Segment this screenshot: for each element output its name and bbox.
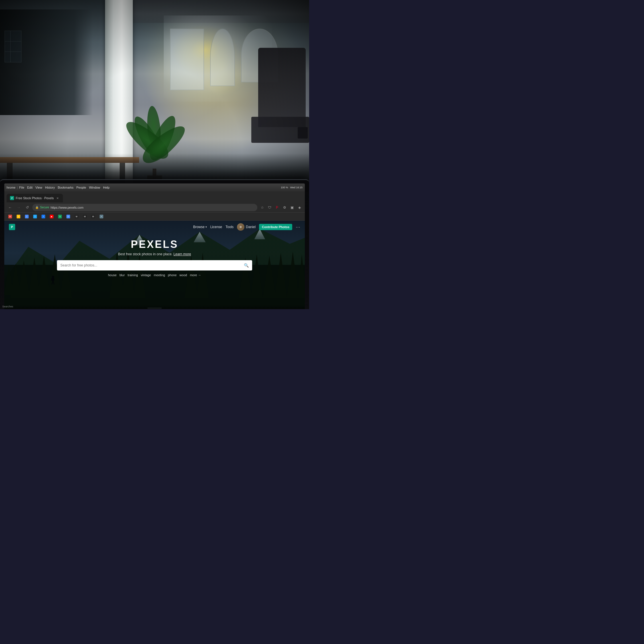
bookmark-twitter[interactable]: T <box>31 214 39 219</box>
screen-bottom-fade <box>4 305 305 309</box>
svg-rect-26 <box>51 278 53 281</box>
pexels-navbar: P Browse ▾ License Tools D <box>4 221 305 233</box>
menu-history[interactable]: History <box>45 186 55 189</box>
pexels-title: PEXELS <box>131 238 178 250</box>
bookmark-extra[interactable]: + <box>98 214 105 219</box>
menu-file[interactable]: File <box>19 186 24 189</box>
search-tag-phone[interactable]: phone <box>168 273 177 277</box>
pexels-tagline: Best free stock photos in one place. Lea… <box>118 252 191 256</box>
search-input[interactable] <box>60 263 242 267</box>
menu-bookmarks[interactable]: Bookmarks <box>58 186 74 189</box>
chrome-os-bar: hrome | File Edit View History Bookmarks… <box>4 183 305 191</box>
contribute-photos-button[interactable]: Contribute Photos <box>259 224 292 230</box>
monitor: hrome | File Edit View History Bookmarks… <box>0 179 309 309</box>
nav-more-button[interactable]: ⋯ <box>296 224 300 230</box>
tab-close-button[interactable]: ✕ <box>56 196 60 200</box>
user-avatar: D <box>237 223 244 231</box>
menu-view[interactable]: View <box>35 186 42 189</box>
menu-window[interactable]: Window <box>89 186 100 189</box>
search-tag-house[interactable]: house <box>108 273 116 277</box>
bookmark-yt[interactable]: ▶ <box>48 214 55 219</box>
search-more-tag[interactable]: more → <box>190 273 201 277</box>
window-frame-2 <box>210 29 235 86</box>
extra-tool-2[interactable]: ▣ <box>289 204 295 211</box>
search-tag-wood[interactable]: wood <box>179 273 187 277</box>
menu-edit[interactable]: Edit <box>27 186 33 189</box>
pinterest-button[interactable]: P <box>274 204 280 211</box>
address-bar[interactable]: 🔒 Secure https://www.pexels.com <box>32 204 257 211</box>
monitor-bezel: hrome | File Edit View History Bookmarks… <box>0 179 309 309</box>
refresh-button[interactable]: ↺ <box>24 204 31 211</box>
bookmark-m1[interactable]: M <box>73 214 80 219</box>
secure-icon: 🔒 <box>35 206 39 209</box>
pexels-logo-icon: P <box>9 224 15 230</box>
menu-people[interactable]: People <box>76 186 86 189</box>
nav-tools[interactable]: Tools <box>226 225 234 229</box>
bookmark-cal[interactable]: C <box>23 214 30 219</box>
datetime: Wed 16:15 <box>290 186 303 189</box>
address-bar-row: ← → ↺ 🔒 Secure https://www.pexels.com ☆ … <box>4 202 305 213</box>
grid-window <box>5 31 21 62</box>
toolbar-right: ☆ 🛡 P ⚙ ▣ ◈ <box>259 204 303 211</box>
hero-content: PEXELS Best free stock photos in one pla… <box>4 235 305 277</box>
learn-more-link[interactable]: Learn more <box>173 252 191 256</box>
nav-license[interactable]: License <box>210 225 222 229</box>
screen: hrome | File Edit View History Bookmarks… <box>4 183 305 309</box>
bookmark-gmail[interactable]: M <box>7 214 14 219</box>
secure-label: Secure <box>40 206 49 209</box>
forward-button[interactable]: → <box>15 204 22 211</box>
search-bar[interactable]: 🔍 <box>57 260 252 270</box>
url-text: https://www.pexels.com <box>51 206 84 209</box>
search-tags: house blur training vintage meeting phon… <box>108 273 201 277</box>
bookmark-sheets[interactable]: S <box>56 214 64 219</box>
user-area[interactable]: D Daniel <box>237 223 256 231</box>
bookmark-docs[interactable]: D <box>65 214 72 219</box>
bookmark-drive[interactable]: G <box>15 214 22 219</box>
window-frame-1 <box>170 29 204 90</box>
search-tag-blur[interactable]: blur <box>119 273 125 277</box>
tab-title: Free Stock Photos · Pexels <box>16 196 54 200</box>
bookmark-star-button[interactable]: ☆ <box>259 204 265 211</box>
zoom-level: 100 % <box>280 186 289 189</box>
search-tag-training[interactable]: training <box>128 273 138 277</box>
bookmarks-bar: M G C T f ▶ S <box>4 213 305 221</box>
user-name: Daniel <box>246 225 256 229</box>
left-wall <box>0 9 93 115</box>
back-button[interactable]: ← <box>7 204 13 211</box>
bookmark-m2[interactable]: M <box>81 214 88 219</box>
bookmark-fb[interactable]: f <box>40 214 47 219</box>
extra-tool-3[interactable]: ◈ <box>296 204 303 211</box>
nav-browse[interactable]: Browse ▾ <box>193 225 207 229</box>
tab-bar: P Free Stock Photos · Pexels ✕ <box>4 191 305 202</box>
extra-tool-1[interactable]: ⚙ <box>281 204 288 211</box>
system-tray: 100 % Wed 16:15 <box>278 183 305 191</box>
app-name: hrome <box>7 186 15 189</box>
bookmark-m3[interactable]: M <box>90 214 97 219</box>
menu-help[interactable]: Help <box>103 186 110 189</box>
office-scene <box>0 0 309 192</box>
tab-favicon: P <box>10 196 14 200</box>
search-icon[interactable]: 🔍 <box>244 263 249 268</box>
search-tag-meeting[interactable]: meeting <box>154 273 165 277</box>
active-tab[interactable]: P Free Stock Photos · Pexels ✕ <box>7 194 63 202</box>
shield-button[interactable]: 🛡 <box>266 204 273 211</box>
searches-label: Searches <box>2 305 13 308</box>
pexels-website: P Browse ▾ License Tools D <box>4 221 305 309</box>
search-tag-vintage[interactable]: vintage <box>141 273 151 277</box>
